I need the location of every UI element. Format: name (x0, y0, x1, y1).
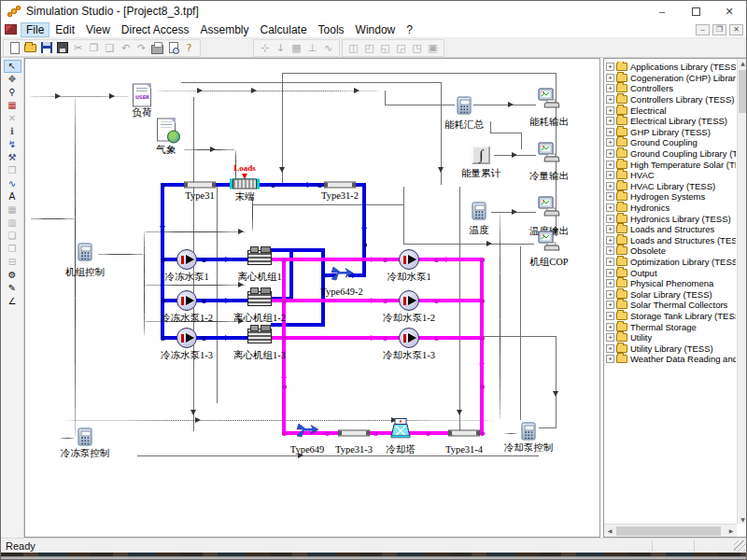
tree-item-utility-library-tess[interactable]: +Utility Library (TESS) (605, 343, 736, 354)
expand-plus-icon[interactable]: + (606, 333, 614, 342)
tree-item-solar-library-tess[interactable]: +Solar Library (TESS) (605, 288, 736, 300)
node-cw-pump-control[interactable] (522, 423, 536, 441)
node-chw-pump-3[interactable] (176, 328, 197, 348)
tool-select-button[interactable]: ↖ (4, 60, 21, 73)
mdi-close-button[interactable]: ✕ (729, 24, 743, 35)
tree-horizontal-scrollbar[interactable]: ◀ ▶ (604, 524, 737, 537)
tree-item-storage-tank-library-tess[interactable]: +Storage Tank Library (TESS) (605, 311, 736, 322)
tool-measure-button[interactable]: ∠ (4, 295, 21, 308)
tree-item-utility[interactable]: +Utility (605, 332, 736, 343)
expand-plus-icon[interactable]: + (606, 106, 614, 115)
expand-plus-icon[interactable]: + (606, 269, 614, 277)
expand-plus-icon[interactable]: + (606, 203, 614, 212)
toolbar-copy-button[interactable]: ❐ (86, 40, 102, 55)
node-chw-pump-2[interactable] (176, 290, 197, 311)
expand-plus-icon[interactable]: + (606, 117, 614, 125)
pipe-magenta[interactable] (271, 299, 484, 302)
node-chw-pump-control[interactable] (78, 428, 92, 446)
node-unit-cop[interactable] (538, 231, 560, 255)
tool-text-button[interactable]: A (4, 190, 21, 203)
maximize-button[interactable] (679, 1, 712, 21)
pipe-magenta[interactable] (480, 258, 484, 435)
node-type31-2[interactable] (324, 182, 356, 189)
minimize-button[interactable]: – (645, 1, 679, 21)
node-cw-pump-3[interactable] (399, 328, 419, 348)
tree-item-physical-phenomena[interactable]: +Physical Phenomena (605, 278, 736, 289)
toolbar-redo-button[interactable]: ↷ (134, 40, 149, 55)
tool-link-button[interactable]: ↯ (4, 138, 21, 151)
tree-item-loads-and-structures[interactable]: +Loads and Structures (605, 224, 736, 235)
scroll-down-icon[interactable]: ▼ (738, 513, 747, 524)
expand-plus-icon[interactable]: + (606, 258, 614, 266)
tree-item-high-temperature-solar-tess[interactable]: +High Temperature Solar (TESS) (605, 159, 736, 170)
node-chiller-3[interactable] (247, 329, 272, 343)
tool-export-button[interactable]: ⊟ (4, 256, 21, 269)
document-icon[interactable] (5, 24, 17, 35)
toolbar-new-button[interactable] (7, 40, 22, 55)
tree-item-hvac-library-tess[interactable]: +HVAC Library (TESS) (605, 181, 736, 192)
node-energy-accumulator[interactable]: ∫ (472, 146, 490, 164)
expand-plus-icon[interactable]: + (606, 355, 614, 363)
expand-plus-icon[interactable]: + (606, 215, 614, 223)
node-type649-2[interactable] (330, 264, 354, 287)
toolbar-direct-access-button[interactable]: ⊹ (257, 40, 273, 55)
node-type31-3[interactable] (338, 430, 370, 437)
tree-item-ground-coupling-library-tess[interactable]: +Ground Coupling Library (TESS) (605, 148, 736, 160)
node-chiller-2[interactable] (247, 291, 272, 306)
menu-direct-access[interactable]: Direct Access (116, 22, 195, 37)
menu-file[interactable]: File (21, 22, 49, 37)
expand-plus-icon[interactable]: + (606, 312, 614, 320)
toolbar-undo-button[interactable]: ↶ (118, 40, 134, 55)
close-button[interactable]: ✕ (712, 1, 746, 21)
menu-window[interactable]: Window (350, 22, 402, 37)
pipe-magenta[interactable] (282, 258, 286, 435)
node-type31-4[interactable] (448, 430, 480, 437)
expand-plus-icon[interactable]: + (606, 149, 614, 158)
node-cooling-tower[interactable] (388, 418, 413, 443)
tool-draw-button[interactable]: ✎ (4, 282, 21, 295)
tool-settings-button[interactable]: ⚙ (4, 269, 21, 282)
expand-plus-icon[interactable]: + (606, 63, 614, 71)
toolbar-save-all-button[interactable] (54, 40, 70, 55)
node-cw-pump-1[interactable] (399, 249, 419, 270)
tool-zoom-button[interactable]: ⚲ (4, 86, 21, 99)
tree-item-ghp-library-tess[interactable]: +GHP Library (TESS) (605, 127, 736, 138)
tree-item-electrical-library-tess[interactable]: +Electrical Library (TESS) (605, 116, 736, 127)
toolbar-help-button[interactable]: ? (181, 40, 197, 55)
expand-plus-icon[interactable]: + (606, 236, 614, 245)
tree-item-cogeneration-chp-library-tess[interactable]: +Cogeneration (CHP) Library (TESS) (605, 73, 736, 84)
tool-grid-b-button[interactable]: ▥ (4, 217, 21, 230)
tree-item-applications-library-tess[interactable]: +Applications Library (TESS) (605, 62, 736, 73)
node-unit-control[interactable] (78, 244, 92, 261)
tree-item-hydronics-library-tess[interactable]: +Hydronics Library (TESS) (605, 213, 736, 224)
expand-plus-icon[interactable]: + (606, 323, 614, 331)
node-terminal-unit[interactable] (233, 179, 257, 189)
tree-item-obsolete[interactable]: +Obsolete (605, 245, 736, 257)
expand-plus-icon[interactable]: + (606, 95, 614, 104)
expand-plus-icon[interactable]: + (606, 290, 614, 299)
pipe-blue[interactable] (271, 248, 325, 252)
expand-plus-icon[interactable]: + (606, 225, 614, 233)
expand-plus-icon[interactable]: + (606, 84, 614, 92)
node-energy-summary[interactable] (458, 97, 472, 115)
expand-plus-icon[interactable]: + (606, 301, 614, 309)
tool-wrench-button[interactable]: ⚒ (4, 151, 21, 164)
tree-item-loads-and-structures-tess[interactable]: +Loads and Structures (TESS) (605, 235, 736, 246)
tree-item-hydronics[interactable]: +Hydronics (605, 203, 736, 214)
node-chw-pump-1[interactable] (176, 249, 197, 270)
tool-stack-button[interactable]: ❐ (4, 243, 21, 256)
node-type31[interactable] (184, 182, 216, 189)
expand-plus-icon[interactable]: + (606, 246, 614, 255)
menu-edit[interactable]: Edit (49, 22, 80, 37)
node-cooling-output[interactable] (538, 142, 560, 166)
node-cw-pump-2[interactable] (399, 290, 419, 311)
node-energy-output[interactable] (538, 88, 560, 112)
tree-item-optimization-library-tess[interactable]: +Optimization Library (TESS) (605, 257, 736, 268)
expand-plus-icon[interactable]: + (606, 171, 614, 179)
scroll-right-icon[interactable]: ▶ (726, 526, 736, 536)
toolbar-trace-button[interactable]: ∿ (320, 40, 336, 55)
toolbar-save-button[interactable] (38, 40, 54, 55)
tree-item-controllers-library-tess[interactable]: +Controllers Library (TESS) (605, 94, 736, 105)
tree-item-controllers[interactable]: +Controllers (605, 83, 736, 94)
node-temperature-output[interactable] (538, 196, 560, 220)
